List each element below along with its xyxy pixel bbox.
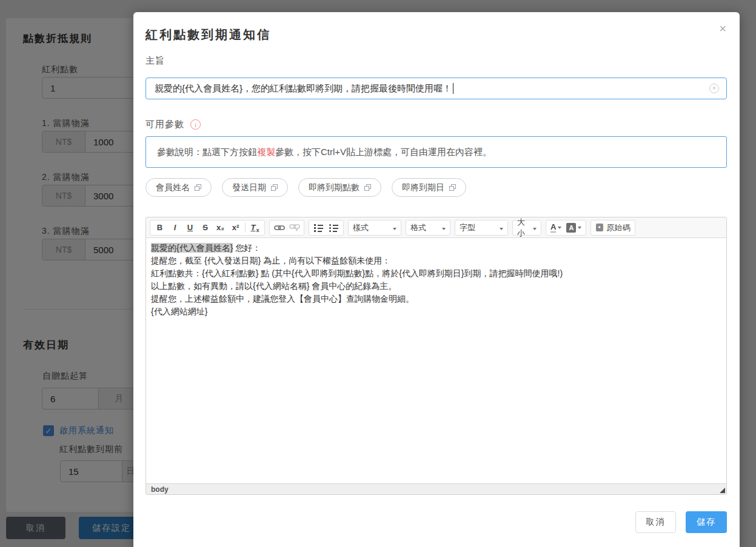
source-code-icon	[596, 224, 603, 231]
numbered-list-icon[interactable]	[311, 220, 326, 235]
subject-label: 主旨	[146, 55, 165, 67]
chevron-down-icon	[558, 227, 561, 229]
content-line: 親愛的{代入會員姓名} 您好：	[151, 242, 721, 254]
available-params-row: 可用參數 i	[146, 119, 201, 130]
ol-glyph	[314, 224, 323, 231]
source-button[interactable]: 原始碼	[596, 220, 630, 235]
source-group: 原始碼	[590, 220, 635, 236]
remove-format-t: T	[251, 223, 256, 232]
italic-button[interactable]: I	[167, 220, 182, 235]
content-line: 提醒您，截至 {代入發送日期} 為止，尚有以下權益餘額未使用：	[151, 254, 721, 267]
close-icon[interactable]: ×	[719, 22, 726, 36]
param-button-member-name[interactable]: 會員姓名	[146, 178, 212, 197]
copy-icon	[449, 184, 456, 191]
param-button-expiring-points[interactable]: 即將到期點數	[298, 178, 381, 197]
source-button-label: 原始碼	[606, 222, 630, 233]
hint-text-suffix: 參數，按下Ctrl+V貼上游標處，可自由運用在內容裡。	[275, 147, 492, 157]
param-button-label: 發送日期	[232, 182, 266, 193]
selected-text: 親愛的{代入會員姓名}	[151, 243, 233, 253]
remove-format-x: x	[256, 227, 259, 233]
param-button-label: 即將到期點數	[309, 182, 360, 193]
styles-dropdown-label: 樣式	[353, 222, 369, 233]
chevron-down-icon	[527, 223, 537, 232]
save-button[interactable]: 儲存	[686, 511, 727, 533]
notification-email-modal: × 紅利點數到期通知信 主旨 親愛的{代入會員姓名}，您的紅利點數即將到期，請把…	[133, 12, 740, 547]
bold-button[interactable]: B	[152, 220, 167, 235]
copy-icon	[271, 184, 278, 191]
cancel-button[interactable]: 取消	[635, 511, 676, 533]
content-line: 以上點數，如有異動，請以{代入網站名稱} 會員中心的紀錄為主。	[151, 280, 721, 293]
chevron-down-icon	[493, 223, 503, 232]
font-dropdown-label: 字型	[460, 222, 475, 233]
subject-value: 親愛的{代入會員姓名}，您的紅利點數即將到期，請把握最後時間使用喔！	[155, 83, 452, 94]
rich-text-editor: B I U S x₂ x² Tx	[146, 217, 727, 495]
unlink-icon	[287, 220, 302, 235]
text-color-button[interactable]: A	[548, 220, 564, 235]
text-caret	[453, 83, 453, 94]
remove-format-button[interactable]: Tx	[247, 220, 263, 235]
text-color-glyph: A	[550, 222, 556, 233]
param-buttons-row: 會員姓名 發送日期 即將到期點數 即將到期日	[146, 178, 466, 197]
underline-button[interactable]: U	[182, 220, 198, 235]
param-button-expiry-date[interactable]: 即將到期日	[392, 178, 466, 197]
editor-content[interactable]: 親愛的{代入會員姓名} 您好： 提醒您，截至 {代入發送日期} 為止，尚有以下權…	[146, 238, 726, 483]
ul-glyph	[329, 224, 338, 231]
editor-path-bar: body	[146, 483, 726, 494]
bulleted-list-icon[interactable]	[326, 220, 341, 235]
link-icon[interactable]	[272, 220, 287, 235]
content-line-rest: 您好：	[233, 243, 261, 253]
modal-footer: 取消 儲存	[635, 511, 727, 533]
list-group	[309, 220, 344, 236]
content-line: 紅利點數共：{代入紅利點數} 點 (其中{代入即將到期點數}點，將於{代入即將到…	[151, 267, 721, 280]
basicstyles-group: B I U S x₂ x² Tx	[150, 220, 265, 236]
size-dropdown[interactable]: 大小	[512, 220, 541, 236]
resize-grip-icon[interactable]	[720, 488, 725, 493]
format-dropdown-label: 格式	[410, 222, 426, 233]
size-dropdown-label: 大小	[517, 217, 527, 239]
hint-text-prefix: 參數說明：點選下方按鈕	[157, 147, 257, 157]
param-button-label: 即將到期日	[402, 182, 444, 193]
copy-icon	[364, 184, 371, 191]
chevron-down-icon	[387, 223, 396, 232]
content-line: 提醒您，上述權益餘額中，建議您登入【會員中心】查詢購物金明細。	[151, 293, 721, 305]
font-dropdown[interactable]: 字型	[455, 220, 508, 236]
background-color-glyph: A	[566, 223, 576, 233]
available-params-label: 可用參數	[146, 119, 184, 130]
subscript-button[interactable]: x₂	[213, 220, 228, 235]
clear-input-icon[interactable]: ×	[709, 84, 719, 93]
subject-input[interactable]: 親愛的{代入會員姓名}，您的紅利點數即將到期，請把握最後時間使用喔！ ×	[146, 78, 727, 99]
color-group: A A	[546, 220, 586, 236]
chevron-down-icon	[436, 223, 446, 232]
hint-text-copy: 複製	[257, 147, 275, 157]
info-icon[interactable]: i	[190, 119, 201, 130]
element-path[interactable]: body	[151, 485, 169, 494]
background-color-button[interactable]: A	[564, 220, 584, 235]
superscript-button[interactable]: x²	[228, 220, 243, 235]
styles-dropdown[interactable]: 樣式	[348, 220, 401, 236]
content-line: {代入網站網址}	[151, 305, 721, 318]
copy-icon	[195, 184, 201, 191]
strikethrough-button[interactable]: S	[198, 220, 213, 235]
modal-title: 紅利點數到期通知信	[146, 27, 271, 43]
param-button-label: 會員姓名	[156, 182, 190, 193]
chevron-down-icon	[578, 227, 581, 229]
params-hint-box: 參數說明：點選下方按鈕複製參數，按下Ctrl+V貼上游標處，可自由運用在內容裡。	[146, 136, 727, 168]
editor-toolbar: B I U S x₂ x² Tx	[146, 217, 726, 238]
param-button-send-date[interactable]: 發送日期	[222, 178, 288, 197]
link-group	[269, 220, 304, 236]
toolbar-separator	[245, 223, 246, 233]
format-dropdown[interactable]: 格式	[406, 220, 450, 236]
